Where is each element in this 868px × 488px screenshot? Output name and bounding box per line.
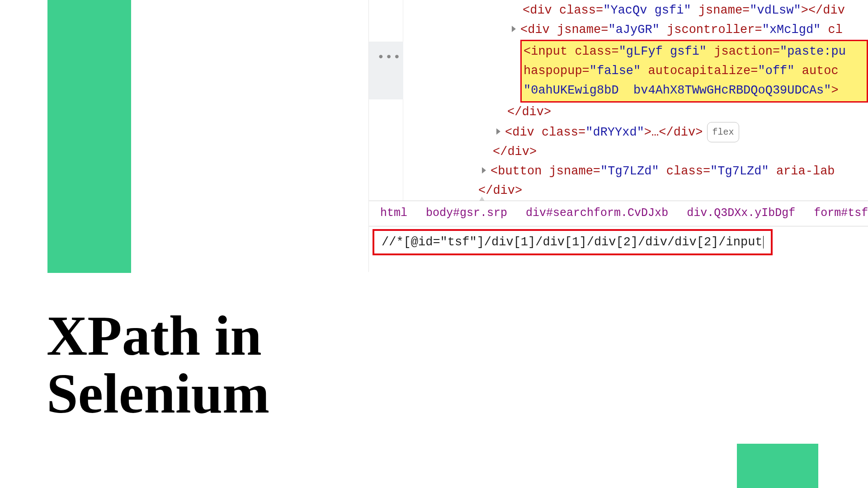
code-close-div-2[interactable]: </div> [369, 142, 868, 162]
breadcrumb-item[interactable]: form#tsf. [814, 206, 868, 220]
text-cursor-icon [763, 236, 764, 249]
devtools-panel: ••• <div class="YacQv gsfi" jsname="vdLs… [368, 0, 868, 272]
highlighted-input-element[interactable]: <input class="gLFyf gsfi" jsaction="past… [520, 40, 868, 103]
dom-breadcrumbs[interactable]: html body#gsr.srp div#searchform.CvDJxb … [369, 201, 868, 226]
elements-code-area: ••• <div class="YacQv gsfi" jsname="vdLs… [369, 0, 868, 201]
breadcrumb-item[interactable]: div.Q3DXx.yIbDgf [687, 206, 795, 220]
code-close-div-1[interactable]: </div> [369, 103, 868, 122]
code-line-div1[interactable]: <div class="YacQv gsfi" jsname="vdLsw"><… [369, 1, 868, 20]
green-accent-top [47, 0, 131, 273]
breadcrumb-item[interactable]: body#gsr.srp [426, 206, 507, 220]
title-line-2: Selenium [47, 362, 269, 425]
flex-badge[interactable]: flex [707, 122, 739, 142]
expand-arrow-icon[interactable] [482, 167, 486, 174]
green-accent-bottom [737, 444, 818, 488]
breadcrumb-item[interactable]: html [380, 206, 407, 220]
xpath-search-wrap: //*[@id="tsf"]/div[1]/div[1]/div[2]/div/… [369, 226, 868, 255]
code-line-button[interactable]: <button jsname="Tg7LZd" class="Tg7LZd" a… [369, 162, 868, 181]
code-line-dryyxd[interactable]: <div class="dRYYxd">…</div>flex [369, 122, 868, 142]
ellipsis-icon: ••• [377, 47, 401, 67]
slide-title: XPath in Selenium [47, 307, 269, 422]
code-close-div-3[interactable]: </div> [369, 181, 868, 201]
breadcrumb-pointer-icon [479, 197, 485, 201]
breadcrumb-item[interactable]: div#searchform.CvDJxb [526, 206, 668, 220]
expand-arrow-icon[interactable] [512, 26, 516, 32]
code-line-div2[interactable]: <div jsname="aJyGR" jscontroller="xMclgd… [369, 20, 868, 40]
title-line-1: XPath in [47, 305, 262, 367]
expand-arrow-icon[interactable] [496, 128, 500, 135]
xpath-search-input[interactable]: //*[@id="tsf"]/div[1]/div[1]/div[2]/div/… [373, 229, 773, 255]
